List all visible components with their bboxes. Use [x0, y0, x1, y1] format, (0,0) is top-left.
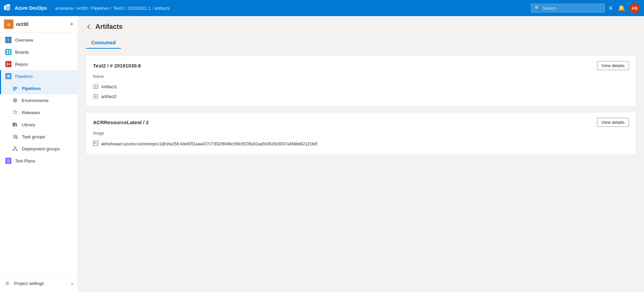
sidebar-item-project-settings[interactable]: Project settings «	[0, 277, 78, 289]
artifact1-icon	[93, 84, 98, 89]
sidebar-item-pipelines-label: Pipelines	[22, 86, 41, 91]
notification-button[interactable]: 🔔	[616, 3, 627, 13]
avatar[interactable]: AS	[629, 3, 640, 13]
breadcrumb-pipelines[interactable]: Pipelines	[91, 6, 109, 11]
sep1: /	[74, 6, 76, 11]
sep2: /	[89, 6, 90, 11]
back-arrow-icon	[86, 24, 92, 30]
breadcrumb-project[interactable]: oct30	[77, 6, 88, 11]
logo-text: Azure DevOps	[15, 5, 47, 11]
sep3: /	[110, 6, 112, 11]
sidebar-item-repos-label: Repos	[15, 62, 28, 67]
search-input[interactable]	[542, 6, 601, 11]
environments-icon	[12, 98, 18, 103]
artifact-card-1: Test2 / # 20191030.8 View details Name A…	[86, 55, 636, 107]
project-icon: o	[4, 19, 13, 29]
sidebar-item-test-plans-label: Test Plans	[15, 158, 35, 163]
breadcrumb-org[interactable]: arsasana	[55, 6, 73, 11]
pipelines-parent-icon	[5, 73, 11, 79]
search-box[interactable]: 🔍	[531, 4, 605, 12]
svg-point-1	[8, 39, 9, 41]
card-1-header: Test2 / # 20191030.8 View details	[93, 61, 629, 70]
sidebar-item-environments[interactable]: Environments	[0, 94, 78, 106]
tab-consumed[interactable]: Consumed	[86, 37, 121, 49]
logo[interactable]: Azure DevOps	[4, 4, 47, 12]
image-hash: abhisheaacr.azurecr.io/conrepo11@sha256:…	[101, 142, 317, 146]
card-2-header: ACRResourceLatest / 2 View details	[93, 118, 629, 127]
tabs: Consumed	[86, 37, 636, 49]
boards-icon	[5, 49, 11, 55]
breadcrumb: arsasana / oct30 / Pipelines / Test3 / 2…	[55, 6, 528, 11]
tab-consumed-label: Consumed	[91, 40, 116, 45]
library-icon	[12, 122, 18, 127]
sidebar-item-library-label: Library	[22, 122, 35, 127]
sidebar-item-releases[interactable]: Releases	[0, 106, 78, 118]
svg-point-17	[94, 142, 95, 143]
sidebar-item-deployment-groups[interactable]: Deployment groups	[0, 143, 78, 155]
topbar-actions: 🔍 ≡ 🔔 AS	[531, 3, 640, 13]
card-1-col-header: Name	[93, 74, 629, 79]
back-button[interactable]	[86, 24, 92, 30]
breadcrumb-build[interactable]: 20191031.1	[127, 6, 150, 11]
card-1-title: Test2 / # 20191030.8	[93, 63, 141, 68]
sep5: /	[152, 6, 153, 11]
artifact2-name: artifact2	[101, 94, 117, 99]
list-icon: ≡	[609, 5, 612, 12]
artifact-row-2: artifact2	[93, 91, 629, 101]
svg-rect-9	[15, 123, 17, 126]
breadcrumb-artifacts: artifacts	[154, 6, 170, 11]
project-settings-label: Project settings	[14, 281, 44, 286]
settings-icon	[5, 281, 10, 286]
svg-point-11	[14, 147, 16, 148]
main-layout: o oct30 + Overview Bo	[0, 16, 644, 292]
sidebar-item-overview[interactable]: Overview	[0, 34, 78, 46]
content-area: Artifacts Consumed Test2 / # 20191030.8 …	[78, 16, 644, 292]
svg-rect-7	[13, 123, 14, 127]
sidebar-item-boards[interactable]: Boards	[0, 46, 78, 58]
sidebar-item-task-groups-label: Task groups	[22, 134, 45, 139]
sep4: /	[125, 6, 126, 11]
sidebar-project: o oct30 +	[0, 16, 78, 33]
sidebar-item-pipelines-parent-label: Pipelines	[15, 74, 33, 79]
svg-rect-2	[6, 50, 8, 52]
artifact-card-2: ACRResourceLatest / 2 View details Image…	[86, 112, 636, 155]
collapse-icon[interactable]: «	[71, 281, 74, 286]
sidebar-item-pipelines[interactable]: Pipelines	[0, 82, 78, 94]
sidebar-item-test-plans[interactable]: Test Plans	[0, 155, 78, 167]
search-icon: 🔍	[535, 5, 540, 11]
sidebar-item-task-groups[interactable]: Task groups	[0, 131, 78, 143]
page-title: Artifacts	[95, 23, 123, 31]
svg-rect-8	[14, 123, 15, 127]
page-header: Artifacts	[86, 23, 636, 31]
project-name: oct30	[16, 21, 67, 27]
releases-icon	[12, 110, 18, 115]
artifact-row-1: Artifact1	[93, 82, 629, 91]
sidebar: o oct30 + Overview Bo	[0, 16, 78, 292]
sidebar-item-deployment-groups-label: Deployment groups	[22, 146, 60, 151]
sidebar-item-releases-label: Releases	[22, 110, 40, 115]
sidebar-item-repos[interactable]: Repos	[0, 58, 78, 70]
sidebar-item-overview-label: Overview	[15, 38, 33, 43]
sidebar-item-boards-label: Boards	[15, 50, 29, 55]
task-groups-icon	[12, 134, 18, 139]
svg-point-10	[16, 137, 18, 139]
add-project-button[interactable]: +	[70, 21, 74, 28]
deployment-groups-icon	[12, 146, 18, 151]
view-details-button-2[interactable]: View details	[597, 118, 629, 127]
breadcrumb-test3[interactable]: Test3	[113, 6, 124, 11]
test-plans-icon	[5, 158, 11, 164]
svg-rect-16	[93, 141, 98, 146]
list-view-button[interactable]: ≡	[607, 3, 614, 13]
image-row-1: abhisheaacr.azurecr.io/conrepo11@sha256:…	[93, 138, 629, 149]
overview-icon	[5, 37, 11, 43]
topbar: Azure DevOps arsasana / oct30 / Pipeline…	[0, 0, 644, 16]
sidebar-item-pipelines-parent[interactable]: Pipelines	[0, 70, 78, 82]
svg-rect-5	[9, 52, 10, 54]
azure-devops-logo-icon	[4, 4, 12, 12]
notification-icon: 🔔	[618, 4, 625, 12]
sidebar-nav: Overview Boards Repos	[0, 33, 78, 274]
view-details-button-1[interactable]: View details	[597, 61, 629, 70]
sidebar-item-library[interactable]: Library	[0, 118, 78, 131]
sidebar-footer: Project settings «	[0, 274, 78, 292]
card-2-col-header: Image	[93, 131, 629, 136]
